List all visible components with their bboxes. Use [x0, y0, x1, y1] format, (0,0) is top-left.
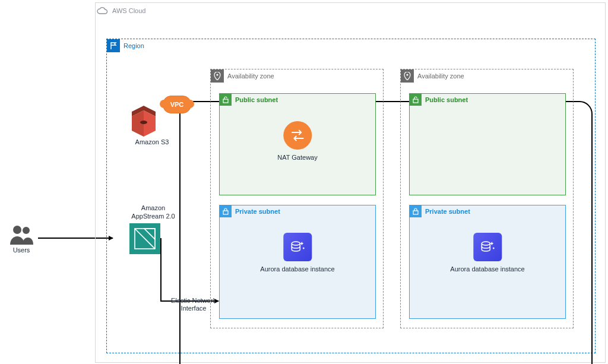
lock-open-icon	[220, 94, 232, 106]
vpc-badge: VPC	[163, 96, 191, 113]
az2-private-subnet-tag: Private subnet	[410, 205, 470, 217]
region-container: Region Amazon S3 Amazon AppStream 2.0	[106, 39, 596, 353]
az2-tag: Availability zone	[401, 69, 464, 83]
private-subnet-label: Private subnet	[235, 208, 280, 215]
az1-aurora-node: Aurora database instance	[260, 233, 334, 273]
svg-point-14	[482, 242, 490, 245]
az2-aurora-node: Aurora database instance	[450, 233, 524, 273]
az1-tag: Availability zone	[211, 69, 274, 83]
az2-label: Availability zone	[417, 72, 464, 80]
az-marker-icon	[401, 69, 414, 83]
s3-icon	[128, 105, 159, 138]
aws-cloud-container: AWS Cloud Region Amazon S3 Amazon Ap	[95, 2, 606, 363]
region-tag: Region	[107, 39, 144, 52]
appstream-node: Amazon AppStream 2.0	[129, 204, 177, 223]
svg-point-1	[23, 227, 30, 234]
az1-private-subnet: Private subnet Aurora database instance	[219, 205, 376, 319]
aws-cloud-tag: AWS Cloud	[96, 3, 153, 18]
appstream-label: Amazon AppStream 2.0	[129, 204, 177, 221]
region-flag-icon	[107, 39, 120, 52]
users-icon	[8, 224, 34, 246]
svg-point-10	[292, 242, 300, 245]
az1-public-subnet-tag: Public subnet	[220, 94, 278, 106]
az2-public-subnet: Public subnet	[409, 93, 566, 195]
az1-public-subnet: Public subnet NAT Gateway	[219, 93, 376, 195]
users-node: Users	[8, 224, 34, 254]
lock-closed-icon	[220, 205, 232, 217]
svg-point-0	[13, 226, 21, 234]
aws-cloud-icon	[96, 4, 109, 17]
public-subnet-label: Public subnet	[235, 96, 278, 103]
az2-private-subnet: Private subnet Aurora database instance	[409, 205, 566, 319]
availability-zone-2: Availability zone Public subnet Private …	[400, 69, 574, 328]
private-subnet-label: Private subnet	[425, 208, 470, 215]
svg-point-7	[216, 74, 218, 75]
az2-aurora-label: Aurora database instance	[450, 265, 524, 273]
aurora-icon	[283, 233, 312, 261]
svg-rect-12	[413, 99, 418, 103]
az1-label: Availability zone	[227, 72, 274, 80]
nat-gateway-label: NAT Gateway	[277, 153, 317, 162]
az1-aurora-label: Aurora database instance	[260, 265, 334, 273]
users-label: Users	[8, 246, 34, 254]
s3-label: Amazon S3	[128, 138, 176, 146]
vpc-label: VPC	[170, 101, 184, 108]
nat-gateway-icon	[283, 121, 312, 150]
nat-gateway-node: NAT Gateway	[277, 121, 317, 162]
svg-point-11	[406, 74, 408, 75]
svg-point-2	[140, 121, 147, 124]
az1-private-subnet-tag: Private subnet	[220, 205, 280, 217]
connector-appstream-vertical	[160, 238, 162, 300]
lock-open-icon	[410, 94, 422, 106]
lock-closed-icon	[410, 205, 422, 217]
availability-zone-1: Availability zone Public subnet NAT Gate…	[210, 69, 384, 328]
svg-rect-13	[413, 211, 418, 214]
appstream-icon	[129, 223, 160, 254]
az2-public-subnet-tag: Public subnet	[410, 94, 468, 106]
az-marker-icon	[211, 69, 224, 83]
svg-rect-8	[223, 99, 228, 103]
public-subnet-label: Public subnet	[425, 96, 468, 103]
aurora-icon	[473, 233, 502, 261]
aws-cloud-label: AWS Cloud	[112, 7, 145, 14]
svg-rect-9	[223, 211, 228, 214]
region-label: Region	[124, 42, 144, 49]
